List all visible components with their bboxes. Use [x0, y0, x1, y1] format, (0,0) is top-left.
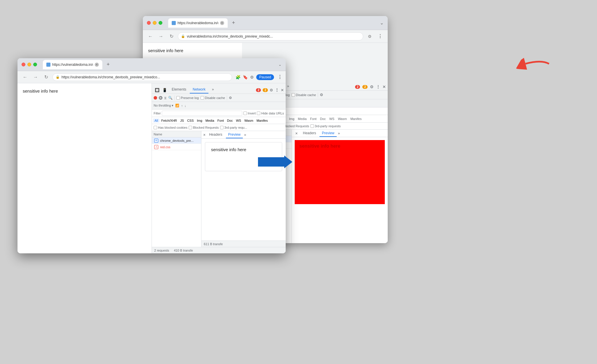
filter-media-back[interactable]: Media: [296, 117, 308, 121]
headers-tab-back[interactable]: Headers: [301, 130, 318, 137]
dt-gear-front[interactable]: ⚙: [270, 88, 273, 92]
sub-panel-header-front: × Headers Preview »: [201, 131, 286, 139]
f-img-front[interactable]: Img: [196, 119, 204, 123]
filter-manifest-back[interactable]: Manifes: [349, 117, 363, 121]
more-subtabs-front[interactable]: »: [244, 132, 246, 137]
maximize-button-front[interactable]: [33, 63, 37, 66]
new-tab-button-back[interactable]: +: [229, 19, 238, 27]
forward-button-front[interactable]: →: [31, 73, 40, 81]
preserve-log-front[interactable]: Preserve log: [176, 96, 199, 100]
file-row-2-front[interactable]: ⚠ red.css: [152, 144, 201, 150]
f-js-front[interactable]: JS: [179, 119, 185, 123]
gear-icon-front-2[interactable]: ⚙: [229, 96, 232, 100]
preview-tab-back[interactable]: Preview: [319, 130, 337, 137]
f-doc-front[interactable]: Doc: [226, 119, 234, 123]
reload-button-front[interactable]: ↻: [42, 73, 50, 81]
sub-panel-close-front[interactable]: ×: [203, 132, 206, 137]
url-text-front: https://vulnerabledoma.in/chrome_devtool…: [62, 75, 160, 79]
filter-ws-back[interactable]: WS: [328, 117, 336, 121]
new-tab-button-front[interactable]: +: [104, 61, 112, 69]
file-row-1-front[interactable]: ≡ chrome_devtools_pre...: [152, 137, 201, 144]
address-bar-front[interactable]: 🔒 https://vulnerabledoma.in/chrome_devto…: [52, 73, 232, 81]
filter-input-front[interactable]: [162, 111, 242, 116]
tab-title-front: https://vulnerabledoma.in/chro...: [52, 63, 93, 67]
front-toolbar: ← → ↻ 🔒 https://vulnerabledoma.in/chrome…: [17, 71, 286, 83]
back-button-front[interactable]: ←: [21, 73, 29, 81]
block-btn-front[interactable]: [159, 96, 162, 100]
inspector-icon-front[interactable]: 🔲: [154, 88, 161, 93]
filter-font-back[interactable]: Font: [309, 117, 318, 121]
tab-close-back[interactable]: ✕: [220, 21, 224, 25]
forward-button-back[interactable]: →: [157, 32, 165, 40]
close-icon-back[interactable]: ✕: [382, 84, 386, 89]
puzzle-icon-front[interactable]: ⚙: [250, 75, 254, 79]
f-font-front[interactable]: Font: [216, 119, 225, 123]
minimize-button-back[interactable]: [153, 21, 157, 25]
f-css-front[interactable]: CSS: [186, 119, 195, 123]
third-party-back[interactable]: 3rd-party requests: [310, 124, 341, 128]
download-btn-front[interactable]: ↓: [185, 104, 186, 107]
blocked-cookies-front[interactable]: Has blocked cookies: [154, 126, 187, 129]
more-devtools-tabs-front[interactable]: »: [209, 86, 217, 93]
f-all-front[interactable]: All: [153, 119, 159, 123]
paused-badge[interactable]: Paused: [256, 74, 274, 80]
search-btn-front[interactable]: 🔍: [168, 96, 173, 100]
dt-more-front[interactable]: ⋮: [275, 88, 279, 92]
hide-data-urls-front[interactable]: Hide data URLs: [257, 112, 284, 115]
err-badge-back: 2: [355, 85, 360, 89]
record-btn-front[interactable]: [154, 96, 157, 100]
extensions-icon-front[interactable]: 🧩: [236, 75, 240, 79]
gear-icon-back[interactable]: ⚙: [370, 84, 374, 89]
filter-img-back[interactable]: Img: [288, 117, 296, 121]
f-wasm-front[interactable]: Wasm: [243, 119, 255, 123]
sub-panel-close-back[interactable]: ×: [294, 130, 299, 136]
invert-cb-front[interactable]: Invert: [243, 112, 256, 115]
dt-close-front[interactable]: ✕: [281, 88, 284, 92]
blocked-req-front[interactable]: Blocked Requests: [189, 126, 219, 129]
preview-area-back: sensitive info here: [292, 137, 388, 243]
filter-wasm-back[interactable]: Wasm: [336, 117, 348, 121]
device-icon-front[interactable]: 📱: [161, 88, 168, 93]
disable-cache-back[interactable]: Disable cache: [292, 93, 316, 97]
f-fetch-front[interactable]: Fetch/XHR: [160, 119, 178, 123]
third-party-front[interactable]: 3rd-party requ...: [220, 126, 247, 129]
more-menu-front[interactable]: ⋮: [278, 74, 282, 80]
close-button-back[interactable]: [147, 21, 151, 25]
f-media-front[interactable]: Media: [204, 119, 216, 123]
throttle-select-front[interactable]: No throttling ▾: [154, 104, 173, 107]
more-sub-tabs-back[interactable]: »: [338, 131, 340, 135]
f-ws-front[interactable]: WS: [234, 119, 243, 123]
headers-subtab-front[interactable]: Headers: [207, 131, 224, 138]
minimize-button-front[interactable]: [27, 63, 31, 66]
more-icon-back[interactable]: ⋮: [376, 84, 380, 89]
front-devtools-header: 🔲 📱 Elements Network » 2 2 ⚙ ⋮ ✕: [152, 83, 286, 94]
elements-tab-front[interactable]: Elements: [169, 86, 189, 93]
maximize-button-back[interactable]: [159, 21, 162, 25]
preview-subtab-front[interactable]: Preview: [226, 131, 243, 138]
browser-tab-back[interactable]: https://vulnerabledoma.in/chro... ✕: [168, 18, 228, 28]
reload-button-back[interactable]: ↻: [167, 32, 175, 40]
close-button-front[interactable]: [22, 63, 25, 66]
tab-close-front[interactable]: ✕: [95, 63, 99, 67]
browser-tab-front[interactable]: https://vulnerabledoma.in/chro... ✕: [43, 60, 102, 69]
traffic-lights-back: [147, 21, 162, 25]
gear-icon-2-back[interactable]: ⚙: [320, 93, 323, 97]
red-arrow: [516, 48, 553, 84]
f-manifes-front[interactable]: Manifes: [255, 119, 269, 123]
bookmark-icon-front[interactable]: 🔖: [243, 75, 248, 79]
tab-title-back: https://vulnerabledoma.in/chro...: [178, 21, 218, 25]
extensions-back[interactable]: ⚙: [366, 32, 374, 40]
address-bar-back[interactable]: 🔒 vulnerabledoma.in/chrome_devtools_prev…: [178, 32, 363, 40]
more-menu-back[interactable]: ⋮: [376, 32, 384, 40]
back-button-back[interactable]: ←: [146, 32, 154, 40]
tab-menu-back[interactable]: ⌄: [380, 20, 384, 26]
disable-cache-front[interactable]: Disable cache: [201, 96, 225, 100]
filter-doc-back[interactable]: Doc: [319, 117, 327, 121]
upload-btn-front[interactable]: ↑: [181, 104, 183, 107]
lock-icon-front: 🔒: [56, 75, 60, 79]
tab-menu-front[interactable]: ⌄: [278, 62, 282, 67]
network-tab-front[interactable]: Network: [190, 86, 208, 93]
front-devtools: 🔲 📱 Elements Network » 2 2 ⚙ ⋮ ✕ ⧖ 🔍: [152, 83, 286, 253]
funnel-btn-front[interactable]: ⧖: [164, 96, 166, 100]
warn-badge-front: 2: [263, 88, 268, 92]
